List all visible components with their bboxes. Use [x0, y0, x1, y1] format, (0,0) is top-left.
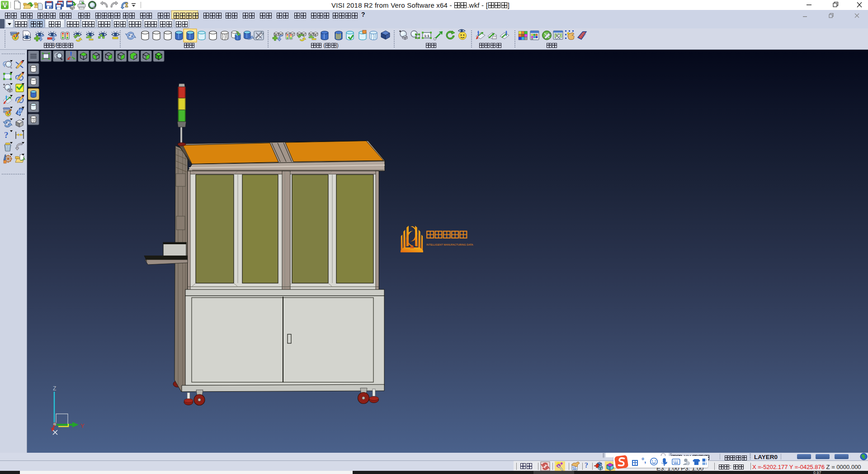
svg-text:1:1: 1:1 [424, 34, 429, 38]
svg-text:?: ? [4, 130, 9, 140]
svg-text:7: 7 [687, 462, 689, 465]
svg-text:INTELLIGENT MANUFACTURING DATA: INTELLIGENT MANUFACTURING DATA [426, 243, 473, 246]
svg-text:Z: Z [53, 385, 56, 392]
svg-text:Y: Y [80, 422, 85, 429]
